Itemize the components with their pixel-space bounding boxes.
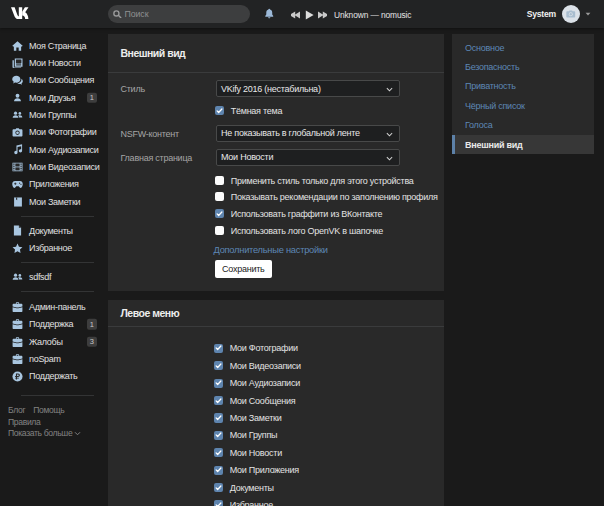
camera-avatar-icon: [566, 10, 576, 18]
sidebar-item-label: Поддержать: [29, 371, 77, 381]
left-menu-checkbox[interactable]: [214, 500, 223, 506]
sidebar-item[interactable]: sdfsdf: [0, 268, 104, 285]
left-menu-option-label: Мои Новости: [230, 448, 282, 458]
notifications-bell-icon[interactable]: [264, 8, 275, 19]
sidebar-item[interactable]: noSpam: [0, 350, 104, 367]
player-rewind-button[interactable]: [291, 11, 300, 19]
left-menu-checkbox[interactable]: [214, 396, 223, 405]
account-menu[interactable]: System: [527, 0, 591, 28]
style-select[interactable]: VKify 2016 (нестабильна): [216, 80, 401, 97]
help-link[interactable]: Помощь: [33, 405, 64, 415]
account-dropdown-chevron-icon: [585, 12, 591, 16]
settings-tab-label: Голоса: [465, 120, 492, 130]
documents-icon: [12, 225, 23, 236]
sidebar-item-label: Мои Сообщения: [29, 75, 94, 85]
left-menu-checkbox[interactable]: [214, 379, 223, 388]
left-menu-card: Левое меню Мои Фотографии Мои Видеозапис…: [108, 300, 444, 506]
player-track-title[interactable]: Unknown — nomusic: [334, 10, 411, 20]
settings-tab-label: Основное: [465, 43, 504, 53]
chevron-down-icon: [74, 431, 81, 436]
sidebar-item[interactable]: Поддержка 1: [0, 316, 104, 333]
save-button[interactable]: Сохранить: [215, 260, 273, 278]
sidebar-item-label: Мои Аудиозаписи: [29, 145, 98, 155]
sidebar-item[interactable]: Админ-панель: [0, 298, 104, 315]
avatar[interactable]: [562, 5, 580, 23]
search-input[interactable]: Поиск: [108, 5, 250, 23]
left-menu-option-row: Мои Сообщения: [214, 392, 432, 409]
appearance-card-body: Стиль VKify 2016 (нестабильна) Тёмная те…: [108, 73, 444, 292]
search-icon: [113, 10, 122, 19]
left-menu-checkbox[interactable]: [214, 431, 223, 440]
left-menu-option-label: Избранное: [230, 500, 273, 506]
appearance-option-label: Показывать рекомендации по заполнению пр…: [231, 192, 438, 202]
settings-tab-3[interactable]: Чёрный список: [452, 96, 594, 115]
sidebar-item[interactable]: Избранное: [0, 239, 104, 256]
sidebar-item[interactable]: Моя Страница: [0, 37, 104, 54]
groups-icon: [12, 110, 23, 121]
sidebar-item[interactable]: Поддержать: [0, 368, 104, 385]
sidebar-item[interactable]: Приложения: [0, 176, 104, 193]
appearance-option-label: Использовать лого OpenVK в шапочке: [231, 226, 383, 236]
vk-logo[interactable]: [11, 7, 29, 20]
sidebar-item[interactable]: Мои Друзья 1: [0, 89, 104, 106]
left-menu-checkbox[interactable]: [214, 361, 223, 370]
settings-tab-1[interactable]: Безопасность: [452, 57, 594, 76]
player-forward-button[interactable]: [318, 11, 327, 19]
left-menu-card-body: Мои Фотографии Мои Видеозаписи Мои Аудио…: [108, 327, 444, 506]
left-menu-option-label: Мои Приложения: [230, 465, 299, 475]
left-menu-option-label: Мои Видеозаписи: [230, 361, 301, 371]
mainpage-select[interactable]: Мои Новости: [216, 149, 401, 166]
blog-link[interactable]: Блог: [8, 405, 25, 415]
left-menu-checkbox[interactable]: [214, 483, 223, 492]
left-menu-option-row: Мои Фотографии: [214, 340, 432, 357]
sidebar-item[interactable]: Мои Заметки: [0, 193, 104, 210]
sidebar-item-label: Мои Заметки: [29, 197, 80, 207]
apps-icon: [12, 179, 23, 190]
sidebar-item[interactable]: Мои Группы: [0, 106, 104, 123]
settings-tab-2[interactable]: Приватность: [452, 77, 594, 96]
sidebar-item[interactable]: Документы: [0, 222, 104, 239]
settings-tab-0[interactable]: Основное: [452, 38, 594, 57]
show-more-link[interactable]: Показать больше: [8, 428, 81, 438]
appearance-option-checkbox[interactable]: [215, 176, 224, 185]
player-play-button[interactable]: [305, 10, 314, 20]
notes-icon: [12, 196, 23, 207]
briefcase-icon: [12, 301, 23, 312]
settings-tab-4[interactable]: Голоса: [452, 116, 594, 135]
sidebar-item[interactable]: Мои Новости: [0, 54, 104, 71]
left-menu-checkbox[interactable]: [214, 344, 223, 353]
dark-theme-checkbox[interactable]: [215, 106, 224, 115]
appearance-option-checkbox[interactable]: [215, 209, 224, 218]
left-menu-checkbox[interactable]: [214, 413, 223, 422]
left-menu-checkbox[interactable]: [214, 448, 223, 457]
sidebar-item[interactable]: Мои Аудиозаписи: [0, 141, 104, 158]
style-select-value: VKify 2016 (нестабильна): [221, 84, 321, 94]
nsfw-select[interactable]: Не показывать в глобальной ленте: [216, 125, 401, 142]
sidebar-item-badge: 1: [87, 319, 97, 330]
appearance-option-label: Применить стиль только для этого устройс…: [231, 176, 414, 186]
left-menu-option-label: Документы: [230, 483, 274, 493]
left-menu-checkbox[interactable]: [214, 466, 223, 475]
sidebar-item[interactable]: Мои Видеозаписи: [0, 158, 104, 175]
left-menu-card-header: Левое меню: [108, 300, 444, 327]
appearance-option-checkbox[interactable]: [215, 192, 224, 201]
sidebar-item-label: Жалобы: [29, 337, 63, 347]
sidebar-item-label: Моя Страница: [29, 41, 86, 51]
appearance-option-checkbox[interactable]: [215, 226, 224, 235]
left-menu-option-row: Мои Видеозаписи: [214, 357, 432, 374]
settings-tab-5[interactable]: Внешний вид: [452, 135, 594, 154]
sidebar-item-badge: 3: [87, 336, 97, 347]
advanced-settings-link[interactable]: Дополнительные настройки: [214, 245, 328, 255]
header-inner: Поиск Unknown — nomusic System: [0, 0, 604, 28]
sidebar-item[interactable]: Мои Сообщения: [0, 72, 104, 89]
settings-tab-label: Внешний вид: [465, 140, 522, 150]
account-name[interactable]: System: [527, 9, 556, 19]
left-menu-option-row: Мои Группы: [214, 427, 432, 444]
sidebar-item-label: sdfsdf: [29, 272, 51, 282]
sidebar-item[interactable]: Жалобы 3: [0, 333, 104, 350]
rules-link[interactable]: Правила: [8, 417, 40, 427]
settings-tab-label: Безопасность: [465, 62, 519, 72]
appearance-option-label: Использовать граффити из ВКонтакте: [231, 209, 383, 219]
sidebar-item[interactable]: Мои Фотографии: [0, 124, 104, 141]
sidebar-item-label: noSpam: [29, 354, 61, 364]
